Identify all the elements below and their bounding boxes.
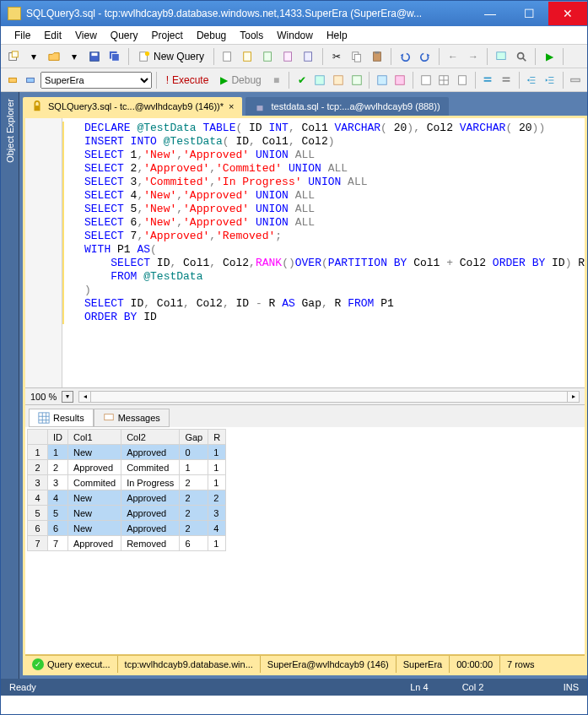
dmx-query-icon[interactable] [279,47,298,66]
code-line[interactable]: INSERT INTO @TestData( ID, Col1, Col2) [61,135,585,149]
mdx-query-icon[interactable] [259,47,278,66]
execute-button[interactable]: ! Execute [161,71,214,89]
specify-values-icon[interactable] [567,71,584,89]
copy-icon[interactable] [348,47,366,66]
table-cell[interactable]: 1 [208,536,226,551]
new-query-button[interactable]: New Query [133,47,209,66]
start-debug-icon[interactable]: ▶ [540,47,558,66]
database-selector[interactable]: SuperEra [40,72,152,89]
undo-icon[interactable] [396,47,414,66]
horizontal-scrollbar[interactable]: ◂▸ [78,391,580,403]
cancel-query-icon[interactable]: ■ [268,71,285,89]
save-all-icon[interactable] [105,47,124,66]
cut-icon[interactable]: ✂ [327,47,346,66]
table-cell[interactable]: 6 [48,521,68,536]
minimize-button[interactable]: — [471,2,510,25]
table-cell[interactable]: 1 [208,445,226,460]
actual-plan-icon[interactable] [374,71,391,89]
column-header[interactable]: Col1 [68,430,121,445]
open-icon[interactable] [45,47,63,66]
code-line[interactable]: SELECT ID, Col1, Col2, ID - R AS Gap, R … [61,297,585,311]
table-cell[interactable]: 5 [48,506,68,521]
table-cell[interactable]: 4 [28,490,48,506]
column-header[interactable]: Gap [180,430,208,445]
results-text-icon[interactable] [418,71,434,89]
code-line[interactable]: SELECT 5,'New','Approved' UNION ALL [61,203,585,216]
column-header[interactable]: R [208,430,226,445]
table-cell[interactable]: 3 [48,475,68,490]
table-cell[interactable]: 7 [48,536,68,551]
table-cell[interactable]: 3 [28,475,48,490]
table-row[interactable]: 55NewApproved23 [28,506,226,521]
debug-button[interactable]: ▶ Debug [215,71,266,89]
table-cell[interactable]: 6 [180,536,208,551]
table-cell[interactable]: Commited [68,475,121,490]
uncomment-icon[interactable] [498,71,515,89]
table-row[interactable]: 66NewApproved24 [28,521,226,536]
table-cell[interactable]: 1 [208,460,226,475]
connect-icon[interactable] [4,71,21,89]
code-line[interactable]: SELECT 7,'Approved','Removed'; [61,230,585,243]
table-cell[interactable]: 0 [180,445,208,460]
comment-icon[interactable] [480,71,497,89]
new-project-dropdown-icon[interactable]: ▾ [24,47,43,66]
column-header[interactable]: Col2 [121,430,180,445]
maximize-button[interactable]: ☐ [510,2,548,25]
code-line[interactable]: SELECT 2,'Approved','Commited' UNION ALL [61,162,585,176]
table-cell[interactable]: 2 [180,475,208,490]
menu-query[interactable]: Query [104,28,145,43]
parse-icon[interactable]: ✔ [294,71,310,89]
doc-tab-active[interactable]: SQLQuery3.sql - tc...@wvlhdcayb9 (146))*… [23,97,242,116]
object-explorer-tab[interactable]: Object Explorer [1,92,19,679]
column-header[interactable]: ID [48,430,68,445]
doc-tab-inactive[interactable]: testdata.sql - tcp:...a@wvlhdcayb9 (888)… [245,97,448,116]
table-cell[interactable]: Approved [68,460,121,475]
code-line[interactable]: SELECT 6,'New','Approved' UNION ALL [61,216,585,230]
intellisense-icon[interactable] [348,71,365,89]
decrease-indent-icon[interactable] [524,71,541,89]
table-cell[interactable]: Commited [121,460,180,475]
db-engine-query-icon[interactable] [218,47,237,66]
code-line[interactable]: DECLARE @TestData TABLE( ID INT, Col1 VA… [61,122,585,135]
save-icon[interactable] [85,47,104,66]
table-cell[interactable]: Approved [121,506,180,521]
zoom-dropdown-icon[interactable]: ▾ [62,391,73,403]
column-header[interactable] [28,430,48,445]
close-tab-icon[interactable]: × [229,101,234,111]
results-tab[interactable]: Results [29,409,94,427]
table-cell[interactable]: 2 [208,490,226,506]
table-row[interactable]: 11NewApproved01 [28,445,226,460]
table-cell[interactable]: New [68,445,121,460]
xmla-query-icon[interactable] [299,47,318,66]
increase-indent-icon[interactable] [542,71,558,89]
code-line[interactable]: SELECT 1,'New','Approved' UNION ALL [61,149,585,162]
nav-back-icon[interactable]: ← [444,47,462,66]
table-cell[interactable]: Approved [121,490,180,506]
table-cell[interactable]: 1 [28,445,48,460]
table-cell[interactable]: In Progress [121,475,180,490]
query-options-icon[interactable] [330,71,347,89]
scroll-right-icon[interactable]: ▸ [567,392,579,402]
table-cell[interactable]: New [68,490,121,506]
scroll-left-icon[interactable]: ◂ [79,392,91,402]
table-cell[interactable]: 1 [180,460,208,475]
table-cell[interactable]: Approved [68,536,121,551]
estimated-plan-icon[interactable] [312,71,329,89]
open-dropdown-icon[interactable]: ▾ [65,47,84,66]
menu-view[interactable]: View [68,28,104,43]
table-cell[interactable]: 3 [208,506,226,521]
table-row[interactable]: 77ApprovedRemoved61 [28,536,226,551]
table-cell[interactable]: 1 [48,445,68,460]
table-row[interactable]: 33CommitedIn Progress21 [28,475,226,490]
table-row[interactable]: 22ApprovedCommited11 [28,460,226,475]
new-project-icon[interactable] [4,47,23,66]
table-cell[interactable]: 4 [208,521,226,536]
table-cell[interactable]: 6 [28,521,48,536]
menu-edit[interactable]: Edit [37,28,68,43]
code-line[interactable]: ) [61,284,585,297]
code-line[interactable]: SELECT 3,'Commited','In Progress' UNION … [61,176,585,189]
table-cell[interactable]: 4 [48,490,68,506]
find-icon[interactable] [512,47,531,66]
code-line[interactable]: SELECT ID, Col1, Col2,RANK()OVER(PARTITI… [61,257,585,270]
analysis-query-icon[interactable] [239,47,257,66]
